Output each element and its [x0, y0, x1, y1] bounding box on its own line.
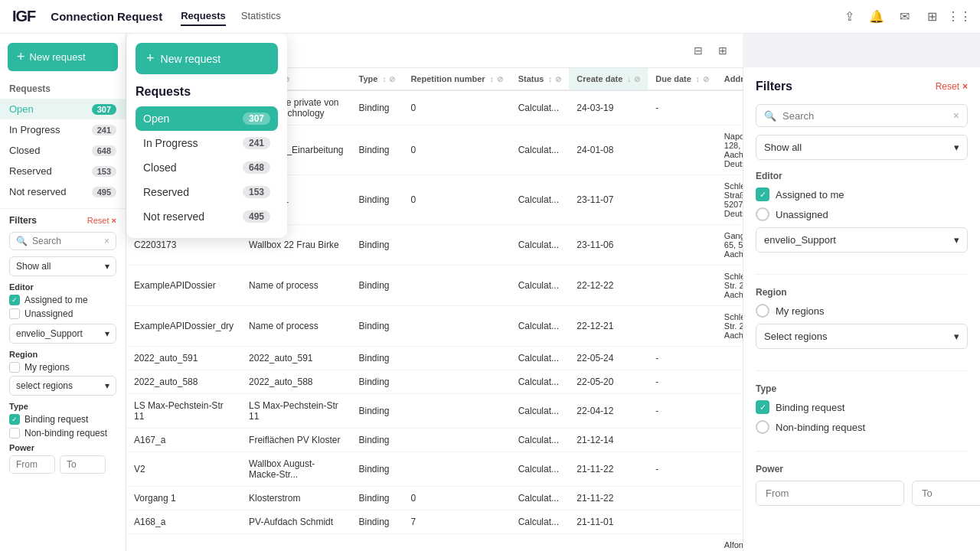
editor-dropdown[interactable]: envelio_Support ▾: [9, 324, 116, 344]
assigned-checkbox[interactable]: ✓: [9, 295, 20, 305]
cell-type: Binding: [351, 126, 403, 175]
cell-due-date: [648, 175, 717, 225]
table-row[interactable]: ExampleAPIDossier Name of process Bindin…: [126, 266, 743, 306]
sidebar-reset-button[interactable]: Reset ×: [87, 216, 116, 225]
popup-closed-label: Closed: [143, 161, 177, 174]
fp-title: Filters: [756, 80, 792, 93]
sidebar-item-reserved[interactable]: Reserved 153: [0, 161, 126, 181]
sidebar-item-inprogress[interactable]: In Progress 241: [0, 119, 126, 140]
table-row[interactable]: 2022_auto_588 2022_auto_588 Binding Calc…: [126, 370, 743, 394]
table-row[interactable]: 2022_auto_591 2022_auto_591 Binding Calc…: [126, 347, 743, 370]
table-row[interactable]: Vorgang 1 Klosterstrom Binding 0 Calcula…: [126, 487, 743, 510]
select-regions-dropdown[interactable]: select regions ▾: [9, 376, 116, 396]
power-to-input[interactable]: [60, 455, 106, 474]
fp-to-input[interactable]: [912, 481, 980, 506]
type-label: Type: [9, 402, 116, 411]
sidebar-item-notreserved[interactable]: Not reserved 495: [0, 181, 126, 202]
table-row[interactable]: A167_a Freiflächen PV Kloster Binding Ca…: [126, 429, 743, 452]
popup-new-request-button[interactable]: + New request: [136, 43, 278, 74]
table-row[interactable]: A168_a PV-Aufdach Schmidt Binding 7 Calc…: [126, 510, 743, 534]
fp-editor-title: Editor: [756, 171, 968, 181]
power-label: Power: [9, 443, 116, 452]
fp-unassigned-toggle[interactable]: [756, 207, 769, 221]
cell-type: Binding: [351, 394, 403, 429]
sidebar-item-open[interactable]: Open 307: [0, 99, 126, 119]
fp-editor-dropdown[interactable]: envelio_Support ▾: [756, 227, 968, 253]
filter-icon[interactable]: ⊘: [703, 75, 709, 83]
col-create-date[interactable]: Create date ↓⊘: [569, 68, 648, 90]
fp-selectregions-dropdown[interactable]: Select regions ▾: [756, 324, 968, 349]
popup-item-closed[interactable]: Closed 648: [136, 155, 278, 180]
table-row[interactable]: ExampleAPIDossier_dry Name of process Bi…: [126, 306, 743, 347]
fp-from-input[interactable]: [756, 481, 904, 506]
table-row[interactable]: LS Max-Pechstein-Str 11 LS Max-Pechstein…: [126, 394, 743, 429]
search-icon: 🔍: [764, 110, 776, 122]
popup-item-inprogress[interactable]: In Progress 241: [136, 131, 278, 155]
table-view-icon[interactable]: ⊟: [689, 41, 707, 60]
non-binding-label: Non-binding request: [24, 428, 107, 439]
sidebar-showall-dropdown[interactable]: Show all ▾: [9, 256, 116, 276]
fp-search-input[interactable]: [782, 110, 947, 122]
filter-icon[interactable]: ⊘: [634, 75, 640, 83]
table-row[interactable]: 2021_auto_523 2021_auto_523 Binding 0 Ca…: [126, 534, 743, 552]
cell-status: Calculat...: [511, 175, 570, 225]
filter-icon[interactable]: ⊘: [497, 75, 503, 83]
cell-status: Calculat...: [511, 306, 570, 347]
fp-showall-dropdown[interactable]: Show all ▾: [756, 135, 968, 160]
mail-icon[interactable]: ✉: [896, 8, 913, 25]
fp-nonbinding-toggle[interactable]: [756, 420, 769, 434]
fp-editor-value: envelio_Support: [764, 234, 836, 246]
col-repetition[interactable]: Repetition number ↕⊘: [403, 68, 510, 90]
cell-repetition: [403, 225, 510, 266]
bell-icon[interactable]: 🔔: [868, 8, 885, 25]
fp-binding-row: ✓ Binding request: [756, 400, 968, 414]
cell-due-date: [648, 429, 717, 452]
fp-myregions-toggle[interactable]: [756, 304, 769, 318]
fp-reset-button[interactable]: Reset ×: [936, 81, 968, 92]
filter-icon[interactable]: ⊘: [389, 75, 395, 83]
sidebar-section-title: Requests: [0, 80, 126, 99]
fp-assigned-row: ✓ Assigned to me: [756, 187, 968, 201]
cell-request-number: ExampleAPIDossier_dry: [126, 306, 241, 347]
cell-type: Binding: [351, 487, 403, 510]
sidebar-search-input[interactable]: [32, 236, 100, 246]
popup-item-reserved[interactable]: Reserved 153: [136, 180, 278, 204]
cell-status: Calculat...: [511, 126, 570, 175]
fp-assigned-checkbox[interactable]: ✓: [756, 187, 769, 201]
apps-icon[interactable]: ⋮⋮: [951, 8, 968, 25]
nav-requests[interactable]: Requests: [181, 7, 226, 26]
sidebar-item-closed[interactable]: Closed 648: [0, 140, 126, 161]
col-status[interactable]: Status ↕⊘: [511, 68, 570, 90]
grid-view-icon[interactable]: ⊞: [714, 41, 732, 60]
cell-type: Binding: [351, 306, 403, 347]
cell-repetition: [403, 266, 510, 306]
col-address[interactable]: Address ↕: [717, 68, 743, 90]
clear-icon[interactable]: ×: [104, 236, 109, 246]
non-binding-checkbox[interactable]: [9, 428, 20, 439]
share-icon[interactable]: ⇪: [841, 8, 858, 25]
cell-create-date: 22-12-22: [569, 266, 648, 306]
filter-icon[interactable]: ⊘: [555, 75, 561, 83]
fp-binding-checkbox[interactable]: ✓: [756, 400, 769, 414]
table-row[interactable]: V2 Wallbox August-Macke-Str... Binding C…: [126, 452, 743, 487]
cell-name: 2022_auto_588: [241, 370, 351, 394]
grid-icon[interactable]: ⊞: [923, 8, 940, 25]
binding-checkbox[interactable]: ✓: [9, 414, 20, 425]
nav-statistics[interactable]: Statistics: [241, 7, 281, 26]
cell-type: Binding: [351, 452, 403, 487]
col-type[interactable]: Type ↕⊘: [351, 68, 403, 90]
fp-clear-icon[interactable]: ×: [953, 109, 959, 122]
popup-item-notreserved[interactable]: Not reserved 495: [136, 204, 278, 229]
cell-request-number: 2022_auto_588: [126, 370, 241, 394]
col-due-date[interactable]: Due date ↕⊘: [648, 68, 717, 90]
cell-address: Alfons-Gerson-Straße 14, Aachen, Germany: [717, 534, 743, 552]
fp-unassigned-row: Unassigned: [756, 207, 968, 221]
filters-panel: Filters Reset × 🔍 × Show all ▾ Editor ✓ …: [743, 67, 980, 551]
new-request-button[interactable]: + New request: [8, 43, 118, 71]
unassigned-checkbox[interactable]: [9, 308, 20, 319]
cell-status: Calculat...: [511, 347, 570, 370]
binding-request-row: ✓ Binding request: [9, 414, 116, 425]
my-regions-checkbox[interactable]: [9, 362, 20, 373]
power-from-input[interactable]: [9, 455, 55, 474]
popup-item-open[interactable]: Open 307: [136, 106, 278, 131]
